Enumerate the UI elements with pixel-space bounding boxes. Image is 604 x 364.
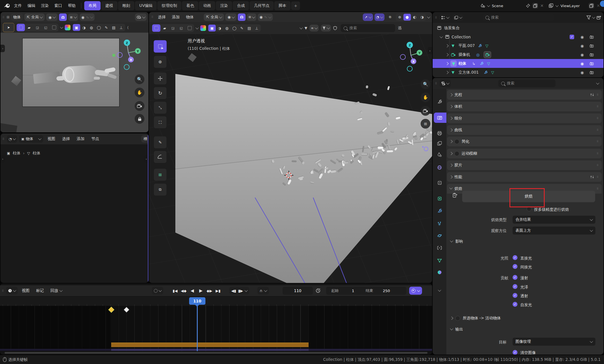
indirect-checkbox[interactable]: ✓: [513, 264, 517, 269]
orientation-dropdown[interactable]: ⇱全局: [24, 13, 45, 21]
collection-checkbox[interactable]: ✓: [570, 35, 574, 39]
shading-material-icon[interactable]: ◑: [216, 25, 223, 32]
filter-dropdown[interactable]: [321, 25, 331, 32]
menu-help[interactable]: 帮助: [65, 2, 78, 9]
proportional-edit-group[interactable]: ◉∿: [80, 13, 95, 21]
display-mode-dropdown[interactable]: [452, 14, 464, 21]
pivot-dropdown[interactable]: ◉: [46, 13, 58, 21]
keying-clock-icon[interactable]: [316, 288, 320, 293]
tool-options-chevron[interactable]: [195, 26, 199, 29]
workspace-tab-sculpt[interactable]: 雕刻: [118, 1, 134, 10]
auto-keying-toggle[interactable]: [152, 287, 163, 294]
xray-toggle[interactable]: ⧉: [386, 13, 394, 21]
menu-render[interactable]: 渲染: [38, 2, 51, 9]
editor-type-dropdown[interactable]: ◔: [7, 135, 17, 143]
sidebar-expand-arrow[interactable]: ›: [1, 45, 5, 52]
layers-icon[interactable]: ▤: [246, 25, 253, 32]
shield-icon[interactable]: [333, 26, 337, 30]
bake-type-dropdown[interactable]: 合并结果: [513, 216, 595, 224]
jump-to-end-button[interactable]: ▶▮: [214, 289, 222, 293]
options-chevron[interactable]: [596, 81, 599, 84]
disable-in-render-icon[interactable]: [590, 71, 594, 74]
grid-ortho-button[interactable]: ⊞: [421, 119, 430, 129]
outliner-row-collection[interactable]: Collection ✓ ◉: [433, 32, 603, 41]
camera-viewport-canvas[interactable]: Z X Y 🔍＋ ✋ ›: [1, 33, 148, 132]
snap-target-dropdown[interactable]: ⊞: [247, 13, 256, 21]
menu-edit[interactable]: 编辑: [25, 2, 38, 9]
pivot-dropdown[interactable]: ◉: [225, 13, 237, 21]
geometry-nodes-icon[interactable]: ▽: [487, 61, 490, 66]
tool-cursor[interactable]: ⊕: [154, 56, 167, 68]
geometry-nodes-icon[interactable]: ▽: [491, 70, 494, 75]
select-tweak-tool[interactable]: ▰: [25, 24, 33, 31]
viewlayer-name[interactable]: ViewLayer: [560, 4, 586, 8]
modifier-wrench-icon[interactable]: [484, 70, 487, 74]
disable-in-render-icon[interactable]: [590, 44, 594, 48]
viewport-search-input[interactable]: 搜索: [341, 24, 395, 32]
tab-data[interactable]: [433, 256, 446, 265]
workspace-tab-shading[interactable]: 着色: [182, 1, 198, 10]
menu-file[interactable]: 文件: [11, 2, 24, 9]
shading-rendered-icon[interactable]: ◑: [418, 14, 426, 21]
snap-target-dropdown[interactable]: ⊞: [68, 13, 78, 21]
select-box-tool[interactable]: [152, 24, 160, 32]
section-film[interactable]: 胶片⠿: [447, 160, 602, 170]
orientation-dropdown[interactable]: ⇱全局: [204, 13, 224, 21]
menu-window[interactable]: 窗口: [52, 2, 65, 9]
paint-brush-icon[interactable]: ✎: [103, 24, 110, 31]
drag-dots-icon[interactable]: ⠿: [2, 290, 5, 292]
constraint-icon[interactable]: ↳: [472, 61, 475, 66]
section-motion-blur[interactable]: 运动模糊⠿: [447, 149, 602, 158]
navigation-gizmo[interactable]: Z X Y: [112, 35, 148, 75]
select-circle-tool[interactable]: ◲: [169, 24, 177, 32]
node-menu-node[interactable]: 节点: [89, 135, 102, 143]
timeline-h-scrollbar[interactable]: [5, 352, 427, 354]
outliner-search-input[interactable]: 搜索: [483, 14, 554, 21]
shading-wire-icon[interactable]: ◯: [95, 24, 103, 31]
view-object-types-dropdown[interactable]: [135, 13, 147, 21]
layers-icon[interactable]: ▤: [110, 24, 117, 31]
workspace-tab-compositing[interactable]: 合成: [233, 1, 249, 10]
tab-viewlayer[interactable]: [433, 138, 446, 148]
zoom-button[interactable]: 🔍＋: [135, 74, 144, 84]
scene-selector-chevron[interactable]: [487, 4, 490, 7]
view-from-dropdown[interactable]: 表面上方: [513, 227, 595, 235]
paint-brush-icon[interactable]: ✎: [238, 25, 246, 32]
vp-menu-select[interactable]: 选择: [155, 13, 168, 21]
tool-duplicate[interactable]: ⧉: [154, 183, 167, 196]
pin-icon[interactable]: [526, 4, 530, 8]
select-lasso-tool[interactable]: ◱: [177, 24, 185, 32]
tab-object[interactable]: [433, 178, 446, 188]
section-performance[interactable]: 性能⠿: [447, 172, 602, 182]
hide-in-viewport-icon[interactable]: ◉: [581, 61, 584, 66]
drag-dots-icon[interactable]: ⠿: [2, 138, 5, 140]
vp-menu-object[interactable]: 物体: [183, 13, 196, 21]
hide-in-viewport-icon[interactable]: ◉: [581, 52, 584, 57]
prev-keyframe-button[interactable]: ◀◆: [179, 289, 188, 293]
keyframe[interactable]: [123, 307, 130, 313]
select-lasso-tool[interactable]: ◱: [42, 24, 50, 31]
tl-menu-marker[interactable]: 标记: [34, 287, 46, 294]
hook-icon[interactable]: ⊥: [117, 24, 125, 31]
node-menu-select[interactable]: 选择: [60, 135, 72, 143]
section-curves[interactable]: 曲线⠿: [447, 125, 602, 135]
frame-step-group[interactable]: ◀▮▮▶: [229, 287, 249, 294]
navigation-gizmo[interactable]: Z X Y: [398, 40, 429, 77]
filter-chevron[interactable]: [592, 15, 595, 19]
editor-type-dropdown[interactable]: [440, 80, 451, 87]
play-button[interactable]: ▶: [197, 288, 205, 293]
workspace-tab-modeling[interactable]: 建模: [101, 1, 117, 10]
shading-material-icon[interactable]: ◑: [80, 24, 88, 31]
selected-to-active-header[interactable]: 所选物体 -> 活动物体: [450, 316, 501, 321]
current-frame-indicator[interactable]: 110: [189, 297, 205, 305]
end-value[interactable]: 250: [383, 289, 390, 293]
modifier-wrench-icon[interactable]: [478, 44, 482, 48]
playhead-line[interactable]: [197, 305, 198, 351]
direct-checkbox[interactable]: ✓: [513, 255, 517, 260]
tool-add-primitive[interactable]: ⊞: [154, 168, 167, 181]
new-scene-icon[interactable]: [532, 3, 538, 9]
start-value[interactable]: 1: [352, 289, 354, 293]
tl-menu-playback[interactable]: 回放: [48, 287, 65, 294]
overlays-toggle[interactable]: ◔: [374, 13, 385, 21]
zoom-button[interactable]: 🔍＋: [421, 79, 430, 89]
